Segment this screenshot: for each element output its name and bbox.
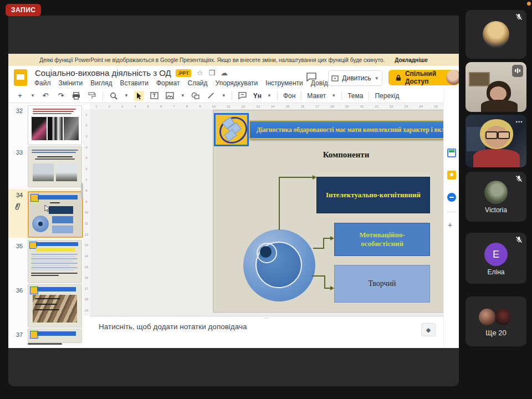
more-participants-tile[interactable]: Ще 20 [466,296,526,346]
zoom-caret[interactable]: ▼ [124,93,129,98]
add-addon-button[interactable]: + [448,221,452,229]
text-box-tool[interactable] [150,91,160,101]
participant-avatar [484,181,508,204]
participant-shoulders [473,149,520,167]
participant-tile-1[interactable] [466,10,526,59]
star-icon[interactable]: ☆ [197,69,203,77]
arrow3-seg [324,275,325,289]
notification-dot [527,2,531,6]
slides-header: Соціально-виховна діяльність з ОД.PPT☆❒☁… [8,66,459,89]
attachment-paperclip-icon [14,202,22,213]
document-title[interactable]: Соціально-виховна діяльність з ОД [35,68,171,78]
insert-line-tool[interactable] [206,91,216,101]
current-slide[interactable]: Діагностика обдарованості має мати компл… [213,110,459,313]
comment-history-icon[interactable] [306,73,316,84]
arrow-head-1 [313,175,316,180]
filmstrip-scrollbar[interactable] [28,343,62,345]
background-button[interactable]: Фон [283,92,295,100]
filmstrip-vertical-scrollbar[interactable] [81,183,83,198]
share-button-label: Спільний Доступ [405,70,452,85]
menu-file[interactable]: Файл [34,79,51,87]
components-heading[interactable]: Компоненти [213,150,459,160]
slides-app-icon[interactable] [14,69,27,86]
menu-arrange[interactable]: Упорядкувати [216,79,258,87]
view-dropdown-caret[interactable]: ▼ [375,76,379,81]
redo-icon[interactable]: ↷ [56,91,66,101]
ruler-tick-label: 6 [85,167,87,171]
slide-thumbnail-36[interactable] [28,284,82,328]
stacked-avatar-2 [494,309,511,325]
concentric-circles-graphic[interactable] [243,229,315,301]
new-slide-button[interactable]: + [15,91,25,101]
ppt-compat-banner: Деякі функції PowerPoint не відображають… [8,54,459,66]
font-tool-caret[interactable]: ▼ [267,93,272,98]
calendar-icon[interactable] [447,149,456,157]
component-box-intellectual[interactable]: Інтелектуально-когнітивний [316,177,430,213]
account-avatar[interactable] [446,70,459,85]
menu-edit[interactable]: Змінити [59,79,83,87]
new-slide-caret[interactable]: ▼ [30,93,35,98]
ruler-tick-label: 24 [419,105,423,108]
menu-insert[interactable]: Вставити [120,79,149,87]
line-caret[interactable]: ▼ [222,93,226,98]
toolbar-separator [341,91,342,100]
theme-button[interactable]: Тема [347,92,363,100]
menu-format[interactable]: Формат [156,79,180,87]
slide-thumbnail-37[interactable] [28,329,82,343]
speaker-notes-panel[interactable]: ⋯ Натисніть, щоб додати нотатки доповіда… [90,316,443,339]
thumb-number: 33 [16,149,23,156]
slide-thumbnail-33[interactable] [28,146,82,187]
paint-format-icon[interactable] [87,91,97,101]
cloud-status-icon[interactable]: ☁ [221,69,228,77]
menu-tools[interactable]: Інструменти [265,79,303,87]
transition-button[interactable]: Перехід [375,92,399,100]
participant-name: Еліна [466,268,526,276]
explore-button[interactable]: ◆ [421,323,436,336]
slide-logo [214,113,249,146]
ruler-tick-label: 15 [286,105,290,108]
insert-shape-tool[interactable] [191,91,201,101]
font-tool-label[interactable]: Yн [253,92,262,100]
image-caret[interactable]: ▼ [181,93,185,98]
menu-view[interactable]: Вигляд [90,79,112,87]
layout-button[interactable]: Макет [307,92,326,100]
arrow3-seg [312,275,325,277]
slide-title-bar[interactable]: Діагностика обдарованості має мати компл… [249,120,459,139]
thumb-number: 32 [16,108,23,114]
menu-bar: Файл Змінити Вигляд Вставити Формат Слай… [34,79,376,87]
move-folder-icon[interactable]: ❒ [208,69,215,77]
zoom-icon[interactable] [109,91,119,101]
select-cursor-tool[interactable] [134,91,144,101]
insert-image-tool[interactable] [165,91,175,101]
slide-thumbnail-35[interactable] [28,240,82,283]
ruler-tick-label: 17 [315,105,319,108]
print-icon[interactable] [71,91,81,101]
layout-caret[interactable]: ▼ [331,93,336,98]
mini-header-bar [37,331,76,336]
google-slides-window: Деякі функції PowerPoint не відображають… [8,54,459,348]
component-box-motivational[interactable]: Мотиваційно-особистісний [334,223,430,256]
participant-tile-victoria[interactable]: Victoria [466,172,526,222]
insert-comment-tool[interactable] [238,91,248,101]
participant-tile-3[interactable]: ⋯ [466,115,526,167]
circle-core [260,246,272,258]
participant-name: Victoria [466,206,526,214]
ruler-tick-label: 1 [95,105,97,108]
banner-learn-more-link[interactable]: Докладніше [395,57,427,63]
keep-icon[interactable] [447,171,456,180]
notes-drag-handle[interactable]: ⋯ [256,315,278,321]
participant-tile-2[interactable] [466,62,526,112]
menu-slide[interactable]: Слайд [188,79,208,87]
view-mode-button[interactable]: Дивитись ▼ [328,70,382,86]
mini-header-bar [36,242,78,246]
document-title-row: Соціально-виховна діяльність з ОД.PPT☆❒☁ [35,68,228,78]
participant-tile-elina[interactable]: E Еліна [466,233,526,284]
undo-icon[interactable]: ↶ [40,91,50,101]
slide-thumbnail-34-selected[interactable] [28,191,83,238]
component-box-creative[interactable]: Творчий [334,265,430,303]
notes-placeholder[interactable]: Натисніть, щоб додати нотатки доповідача [99,323,247,331]
more-options-icon[interactable]: ⋯ [515,117,523,126]
slide-thumbnail-32[interactable] [28,105,82,145]
slide-title-text: Діагностика обдарованості має мати компл… [257,126,459,133]
tasks-icon[interactable] [447,193,456,202]
